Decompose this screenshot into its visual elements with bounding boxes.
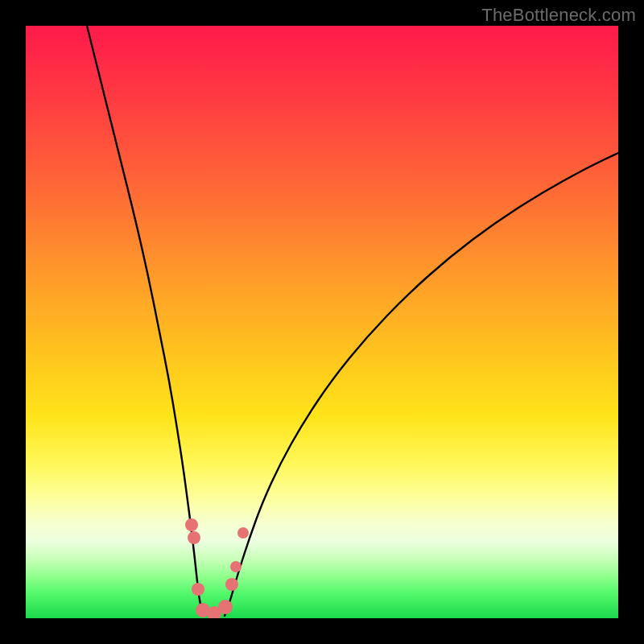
data-point-marker bbox=[230, 561, 242, 572]
curves-svg bbox=[26, 26, 618, 618]
data-point-marker bbox=[218, 600, 233, 614]
data-point-marker bbox=[185, 518, 198, 531]
plot-area bbox=[26, 26, 618, 618]
chart-stage: TheBottleneck.com bbox=[0, 0, 644, 644]
data-point-marker bbox=[225, 578, 238, 591]
data-point-marker bbox=[237, 527, 249, 539]
data-point-marker bbox=[192, 583, 204, 596]
data-point-marker bbox=[188, 531, 200, 544]
watermark-text: TheBottleneck.com bbox=[481, 5, 636, 26]
curve-right bbox=[225, 153, 618, 616]
